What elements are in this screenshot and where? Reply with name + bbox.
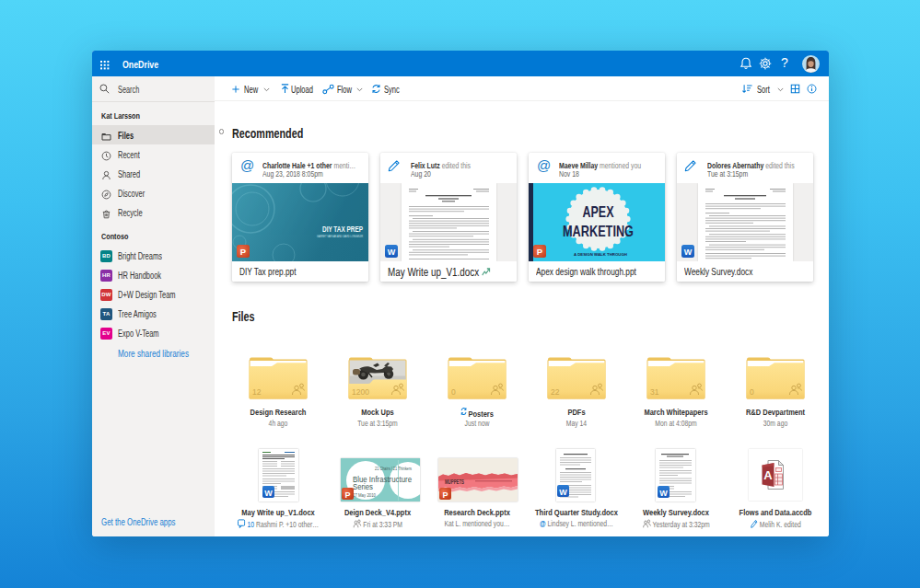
svg-text:A: A [763,468,773,482]
svg-text:0: 0 [451,387,456,397]
svg-text:Series: Series [353,482,373,491]
svg-text:1200: 1200 [352,387,369,397]
svg-text:W: W [659,489,668,498]
svg-text:P: P [240,247,247,257]
svg-text:P: P [537,247,543,257]
svg-text:W: W [264,489,273,498]
svg-text:P: P [442,490,448,500]
svg-text:P: P [344,490,350,500]
svg-text:27 May 2010: 27 May 2010 [353,492,376,497]
svg-text:21 Chairs / 21 Thinkers: 21 Chairs / 21 Thinkers [375,467,413,471]
svg-text:0: 0 [750,387,754,397]
svg-text:W: W [388,248,396,257]
svg-text:APEX: APEX [583,203,614,220]
svg-text:A DESIGN WALK THROUGH: A DESIGN WALK THROUGH [574,252,627,257]
svg-text:31: 31 [650,387,659,397]
svg-text:DIY TAX PREP: DIY TAX PREP [322,225,363,234]
svg-text:MUPPETS: MUPPETS [445,478,464,484]
svg-text:W: W [559,488,567,497]
svg-text:GARRET VARGAS AND DAVID LONGMU: GARRET VARGAS AND DAVID LONGMUIR [317,235,363,238]
svg-text:22: 22 [551,387,560,397]
svg-text:12: 12 [252,387,262,397]
svg-text:MARKETING: MARKETING [563,223,634,239]
svg-text:W: W [684,248,693,257]
